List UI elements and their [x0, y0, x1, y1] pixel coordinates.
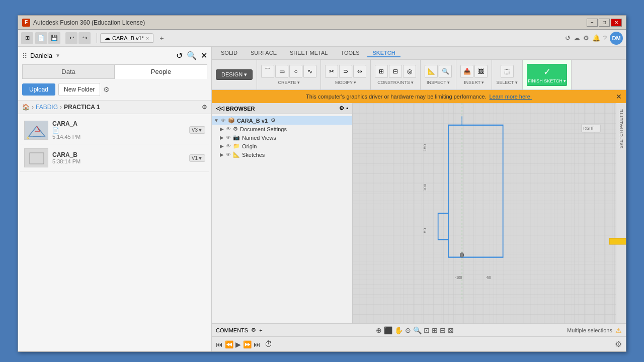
expand-arrow-icon: ▼	[214, 118, 219, 123]
visibility-off-icon[interactable]: 👁	[226, 143, 231, 149]
arc-icon[interactable]: ⌒	[261, 65, 274, 78]
file-version[interactable]: V3▼	[189, 126, 205, 134]
tab-sheet-metal[interactable]: SHEET METAL	[285, 49, 333, 57]
modify-label[interactable]: MODIFY ▾	[335, 80, 356, 85]
trim-icon[interactable]: ✂	[325, 65, 338, 78]
prev-button[interactable]: ⏪	[225, 340, 233, 348]
save-icon[interactable]: 💾	[48, 32, 60, 44]
tab-surface[interactable]: SURFACE	[246, 49, 282, 57]
design-dropdown-button[interactable]: DESIGN ▾	[216, 69, 253, 80]
visibility-icon[interactable]: 👁	[226, 152, 231, 157]
refresh-icon[interactable]: ↺	[565, 34, 571, 42]
inspect2-icon[interactable]: 🔍	[439, 65, 452, 78]
view-icon[interactable]: ⊕	[376, 326, 382, 334]
create-label[interactable]: CREATE ▾	[278, 80, 300, 85]
cube-icon[interactable]: ⬛	[384, 326, 392, 334]
breadcrumb-fabdig[interactable]: FABDIG	[36, 104, 58, 111]
play-button[interactable]: ▶	[235, 340, 241, 348]
grid-icon[interactable]: ⊟	[440, 326, 446, 334]
inspect-label[interactable]: INSPECT ▾	[427, 80, 450, 85]
sketch-toolbar: DESIGN ▾ ⌒ ▭ ○ ∿ CREATE ▾ ✂ ⊃	[212, 60, 626, 90]
document-tab[interactable]: ☁ CARA_B v1* ×	[100, 33, 153, 43]
search-icon[interactable]: 🔍	[187, 51, 197, 60]
next-button[interactable]: ⏩	[243, 340, 252, 348]
skip-start-button[interactable]: ⏮	[216, 340, 223, 348]
settings-icon[interactable]: ⚙	[583, 34, 589, 42]
warning-link[interactable]: Learn more here.	[490, 94, 532, 100]
curve-icon[interactable]: ∿	[303, 65, 316, 78]
select-label[interactable]: SELECT ▾	[497, 80, 518, 85]
visibility-icon[interactable]: 👁	[226, 135, 231, 140]
refresh-panel-icon[interactable]: ↺	[176, 51, 183, 60]
tree-item-named-views[interactable]: ▶ 👁 📷 Named Views	[212, 133, 352, 142]
coincident-icon[interactable]: ◎	[403, 65, 416, 78]
visibility-icon[interactable]: 👁	[221, 118, 226, 123]
tab-solid[interactable]: SOLID	[216, 49, 243, 57]
more-display-icon[interactable]: ⊠	[448, 326, 454, 334]
add-tab-button[interactable]: +	[155, 33, 168, 43]
close-button[interactable]: ✕	[611, 19, 622, 27]
new-folder-button[interactable]: New Folder	[58, 83, 100, 96]
redo-icon[interactable]: ↪	[78, 32, 91, 44]
grid-icon[interactable]: ⊞	[21, 32, 33, 44]
file-item[interactable]: ⚡ CARA_A 📄 5:14:45 PM V3▼	[20, 116, 209, 144]
measure-icon[interactable]: 📐	[425, 65, 438, 78]
svg-rect-6	[353, 103, 626, 323]
tab-people[interactable]: People	[115, 64, 207, 79]
constraints-label[interactable]: CONSTRAINTS ▾	[377, 80, 414, 85]
file-name: CARA_A	[52, 120, 185, 127]
orbit-icon[interactable]: ⊙	[405, 326, 411, 334]
timeline-settings-icon[interactable]: ⚙	[615, 339, 622, 349]
canvas-area[interactable]: RIGHT RIGHT 150 100 50 -100 -50	[353, 103, 626, 323]
open-icon[interactable]: 📄	[35, 32, 47, 44]
close-tab-button[interactable]: ×	[146, 35, 149, 41]
file-version[interactable]: V1▼	[189, 154, 205, 162]
finish-sketch-button[interactable]: ✓ FINISH SKETCH ▾	[527, 64, 567, 86]
comments-add-icon[interactable]: +	[259, 327, 262, 333]
extend-icon[interactable]: ⊃	[339, 65, 352, 78]
tree-item-sketches[interactable]: ▶ 👁 📐 Sketches	[212, 150, 352, 159]
select-icon[interactable]: ⬚	[501, 65, 514, 78]
skip-end-button[interactable]: ⏭	[254, 340, 261, 348]
vertical-icon[interactable]: ⊟	[389, 65, 402, 78]
zoom-icon[interactable]: 🔍	[413, 326, 422, 334]
tab-data[interactable]: Data	[22, 64, 115, 79]
mirror-icon[interactable]: ⇔	[353, 65, 366, 78]
rect-icon[interactable]: ▭	[275, 65, 288, 78]
upload-button[interactable]: Upload	[22, 83, 55, 96]
home-icon[interactable]: 🏠	[22, 104, 30, 111]
visibility-icon[interactable]: 👁	[226, 126, 231, 132]
cloud-icon[interactable]: ☁	[574, 34, 580, 42]
timeline-icon[interactable]: ⏱	[265, 340, 273, 349]
browser-more-icon[interactable]: •	[346, 105, 348, 112]
breadcrumb: 🏠 › FABDIG › PRACTICA 1 ⚙	[18, 101, 211, 114]
minimize-button[interactable]: −	[587, 19, 598, 27]
tab-sketch[interactable]: SKETCH	[367, 49, 400, 57]
undo-icon[interactable]: ↩	[65, 32, 77, 44]
insert2-icon[interactable]: 🖼	[474, 65, 488, 78]
browser-collapse-icon[interactable]: ◁◁	[216, 105, 224, 112]
warning-close-button[interactable]: ✕	[616, 93, 622, 101]
tree-item-origin[interactable]: ▶ 👁 📁 Origin	[212, 142, 352, 150]
tab-tools[interactable]: TOOLS	[336, 49, 364, 57]
browser-settings-icon[interactable]: ⚙	[339, 105, 344, 112]
insert-icon[interactable]: 📥	[460, 65, 473, 78]
folder-settings-icon[interactable]: ⚙	[103, 85, 110, 94]
breadcrumb-refresh-icon[interactable]: ⚙	[202, 104, 207, 111]
close-panel-icon[interactable]: ✕	[201, 51, 207, 60]
breadcrumb-current: PRACTICA 1	[64, 104, 100, 111]
comments-settings-icon[interactable]: ⚙	[251, 327, 256, 333]
insert-label[interactable]: INSERT ▾	[464, 80, 484, 85]
question-icon[interactable]: ?	[603, 34, 607, 42]
tree-item-root[interactable]: ▼ 👁 📦 CARA_B v1 ⚙	[212, 116, 352, 125]
alert-icon[interactable]: 🔔	[592, 34, 600, 42]
fit-icon[interactable]: ⊡	[424, 326, 430, 334]
maximize-button[interactable]: □	[599, 19, 610, 27]
component-settings-icon[interactable]: ⚙	[271, 117, 276, 124]
horizontal-icon[interactable]: ⊞	[375, 65, 388, 78]
pan-icon[interactable]: ✋	[394, 326, 403, 334]
circle-icon[interactable]: ○	[289, 65, 302, 78]
file-item[interactable]: CARA_B 5:38:14 PM V1▼	[20, 144, 209, 172]
display-icon[interactable]: ⊞	[432, 326, 438, 334]
tree-item-doc-settings[interactable]: ▶ 👁 ⚙ Document Settings	[212, 125, 352, 133]
